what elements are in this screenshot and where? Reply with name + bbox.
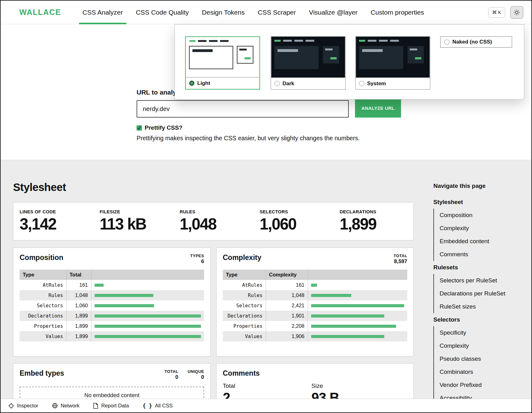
cell-type: AtRules bbox=[20, 280, 66, 290]
table-row: Values 1,899 bbox=[20, 331, 204, 341]
composition-title: Composition bbox=[20, 253, 63, 262]
value-bar bbox=[311, 284, 317, 287]
table-header-row: Type Complexity bbox=[223, 270, 407, 280]
inspector-icon bbox=[8, 403, 14, 409]
analyze-url-button[interactable]: ANALYZE URL bbox=[355, 99, 401, 118]
devtools-bar: Inspector Network Report Data { } All CS… bbox=[1, 399, 531, 412]
theme-option-light[interactable]: Light bbox=[185, 36, 260, 90]
theme-option-system[interactable]: System bbox=[355, 36, 430, 90]
toc-heading-selectors[interactable]: Selectors bbox=[433, 313, 520, 326]
cell-value: 161 bbox=[266, 280, 308, 290]
stat-label: RULES bbox=[180, 209, 253, 214]
toc-link-pseudo-classes[interactable]: Pseudo classes bbox=[434, 352, 520, 365]
table-row: Properties 1,899 bbox=[20, 321, 204, 331]
col-value: Complexity bbox=[266, 270, 308, 280]
complexity-title: Complexity bbox=[223, 253, 261, 262]
complexity-panel: Complexity TOTAL 8,597 Type Complexity A… bbox=[216, 248, 414, 356]
cell-bar bbox=[91, 321, 204, 331]
toc-heading-stylesheet[interactable]: Stylesheet bbox=[433, 196, 520, 209]
toc-link-specificity[interactable]: Specificity bbox=[434, 326, 520, 339]
value-bar bbox=[95, 325, 201, 328]
cell-bar bbox=[308, 300, 407, 311]
nav-custom-properties[interactable]: Custom properties bbox=[364, 1, 431, 24]
light-radio[interactable] bbox=[189, 81, 194, 86]
stat-value: 1,899 bbox=[340, 215, 413, 233]
value-bar bbox=[311, 294, 352, 297]
stat-label: FILESIZE bbox=[100, 209, 173, 214]
toc-heading-rulesets[interactable]: Rulesets bbox=[433, 261, 520, 274]
system-radio[interactable] bbox=[359, 81, 364, 86]
cell-value: 1,048 bbox=[266, 290, 308, 300]
dark-theme-art bbox=[271, 37, 345, 77]
cell-bar bbox=[308, 331, 407, 341]
comments-head: Comments bbox=[223, 369, 407, 378]
command-k-shortcut[interactable]: ⌘ K bbox=[488, 7, 505, 18]
tab-label: Report Data bbox=[101, 403, 129, 409]
toc-link-vendor-prefixed[interactable]: Vendor Prefixed bbox=[434, 378, 520, 392]
toc-link-embedded-content[interactable]: Embedded content bbox=[434, 235, 520, 248]
cell-bar bbox=[308, 321, 407, 331]
main-nav: CSS Analyzer CSS Code Quality Design Tok… bbox=[76, 1, 431, 24]
nav-css-code-quality[interactable]: CSS Code Quality bbox=[129, 1, 195, 24]
meta-label: TOTAL bbox=[165, 369, 178, 374]
nav-css-scraper[interactable]: CSS Scraper bbox=[251, 1, 302, 24]
table-row: Rules 1,048 bbox=[223, 290, 407, 300]
theme-toggle-button[interactable] bbox=[510, 6, 523, 19]
toc-link-complexity[interactable]: Complexity bbox=[434, 222, 520, 235]
table-row: AtRules 161 bbox=[223, 280, 407, 290]
stat-filesize: FILESIZE 113 kB bbox=[93, 209, 173, 233]
table-row: Declarations 1,899 bbox=[20, 311, 204, 321]
value-bar bbox=[311, 335, 385, 338]
toc-link-declarations-per-ruleset[interactable]: Declarations per RuleSet bbox=[434, 287, 520, 300]
cell-bar bbox=[91, 311, 204, 321]
comments-title: Comments bbox=[223, 369, 260, 378]
cell-type: Properties bbox=[223, 321, 266, 331]
toc-link-composition[interactable]: Composition bbox=[434, 209, 520, 222]
table-row: Selectors 2,421 bbox=[223, 300, 407, 311]
tab-all-css[interactable]: { } All CSS bbox=[142, 403, 173, 409]
table-row: Properties 2,208 bbox=[223, 321, 407, 331]
toc-link-selectors-per-ruleset[interactable]: Selectors per RuleSet bbox=[434, 274, 520, 287]
tab-label: Inspector bbox=[17, 403, 38, 409]
value-bar bbox=[311, 314, 384, 318]
composition-panel: Composition TYPES 6 Type Total AtRules 1… bbox=[13, 248, 211, 356]
stat-value: 1,060 bbox=[260, 215, 334, 233]
cell-value: 161 bbox=[66, 280, 91, 290]
comments-total-label: Total bbox=[223, 383, 311, 389]
toc-link-selectors-complexity[interactable]: Complexity bbox=[434, 339, 520, 352]
table-row: Rules 1,048 bbox=[20, 290, 204, 300]
value-bar bbox=[95, 304, 154, 307]
tab-network[interactable]: Network bbox=[52, 403, 80, 409]
stat-value: 1,048 bbox=[180, 215, 253, 233]
nav-css-analyzer[interactable]: CSS Analyzer bbox=[76, 1, 129, 24]
tab-label: All CSS bbox=[155, 403, 173, 409]
nav-visualize-layer[interactable]: Visualize @layer bbox=[302, 1, 364, 24]
theme-option-naked[interactable]: Naked (no CSS) bbox=[440, 36, 512, 48]
stat-value: 3,142 bbox=[20, 215, 93, 233]
url-input[interactable] bbox=[137, 100, 349, 118]
prettify-checkbox[interactable] bbox=[137, 125, 142, 131]
wallace-logo[interactable]: WALLACE bbox=[19, 8, 61, 17]
toc-link-ruleset-sizes[interactable]: RuleSet sizes bbox=[434, 300, 520, 313]
dark-radio[interactable] bbox=[274, 81, 280, 86]
nav-design-tokens[interactable]: Design Tokens bbox=[195, 1, 251, 24]
stat-declarations: DECLARATIONS 1,899 bbox=[334, 209, 413, 233]
light-theme-preview bbox=[186, 37, 259, 77]
cell-type: Rules bbox=[223, 290, 266, 300]
prettify-label: Prettify CSS? bbox=[145, 124, 182, 131]
embed-types-meta: TOTAL 0 UNIQUE 0 bbox=[165, 369, 204, 380]
stat-rules: RULES 1,048 bbox=[173, 209, 253, 233]
toc-link-comments[interactable]: Comments bbox=[434, 248, 520, 261]
tab-inspector[interactable]: Inspector bbox=[8, 403, 38, 409]
cell-value: 1,899 bbox=[66, 331, 91, 341]
curly-braces-icon: { } bbox=[142, 403, 152, 409]
complexity-meta: TOTAL 8,597 bbox=[394, 253, 407, 265]
col-type: Type bbox=[20, 270, 66, 280]
stats-summary: LINES OF CODE 3,142 FILESIZE 113 kB RULE… bbox=[13, 202, 414, 240]
theme-option-dark[interactable]: Dark bbox=[271, 36, 346, 90]
tab-report-data[interactable]: Report Data bbox=[93, 403, 129, 409]
naked-radio[interactable] bbox=[444, 39, 450, 45]
toc-link-combinators[interactable]: Combinators bbox=[434, 365, 520, 378]
cell-type: AtRules bbox=[223, 280, 266, 290]
cell-bar bbox=[91, 300, 204, 311]
